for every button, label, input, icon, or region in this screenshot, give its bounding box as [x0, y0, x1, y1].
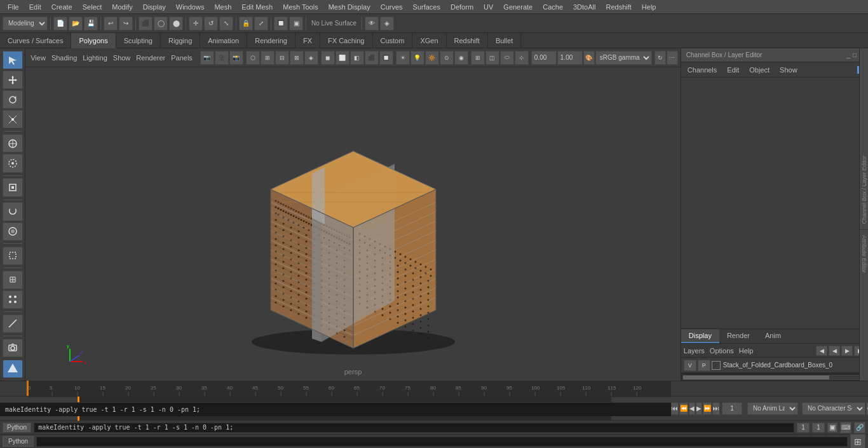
tab-channels[interactable]: Channels [684, 65, 721, 75]
timeline-track[interactable]: 0 5 10 15 20 25 30 35 40 [27, 381, 671, 397]
snap-surface-btn[interactable]: 🔒 [239, 17, 253, 31]
layer-next-btn[interactable]: ▶ [841, 346, 853, 356]
vp-gamma-icon[interactable]: 🎨 [583, 51, 595, 65]
soft-mod-sidebar[interactable] [3, 154, 23, 172]
layer-row[interactable]: V P Stack_of_Folded_Cardboard_Boxes_0 [681, 358, 868, 373]
vp-more-btn[interactable]: ⋯ [667, 51, 678, 65]
rotate-tool-btn[interactable]: ↺ [204, 17, 218, 31]
step-fwd-btn[interactable]: ⏩ [703, 402, 712, 415]
layers-menu-options[interactable]: Options [710, 347, 734, 355]
menu-mesh-tools[interactable]: Mesh Tools [278, 2, 323, 12]
move-tool-sidebar[interactable] [3, 71, 23, 89]
menu-curves[interactable]: Curves [376, 2, 408, 12]
undo-btn[interactable]: ↩ [104, 17, 118, 31]
tab-redshift[interactable]: Redshift [447, 33, 488, 48]
tab-anim[interactable]: Anim [757, 329, 789, 343]
connections-btn[interactable]: 🔗 [854, 422, 865, 433]
vp-menu-panels[interactable]: Panels [168, 53, 195, 63]
python-tab[interactable]: Python [3, 436, 34, 447]
move-tool-btn[interactable]: ✛ [189, 17, 203, 31]
rotate-tool-sidebar[interactable] [3, 90, 23, 109]
menu-deform[interactable]: Deform [445, 2, 478, 12]
show-manip-sidebar[interactable] [3, 178, 23, 196]
status-frame1[interactable] [797, 423, 810, 433]
terminal-btn[interactable]: ⌨ [840, 422, 851, 433]
vp-ao-btn[interactable]: ◉ [454, 51, 468, 65]
snap-grid-sidebar[interactable] [3, 271, 23, 289]
vp-menu-view[interactable]: View [28, 53, 48, 63]
open-scene-btn[interactable]: 📂 [69, 17, 83, 31]
vp-light3-btn[interactable]: 🔆 [425, 51, 439, 65]
menu-create[interactable]: Create [46, 2, 78, 12]
frame-current-field[interactable] [56, 402, 74, 415]
menu-select[interactable]: Select [78, 2, 107, 12]
vp-refresh-btn[interactable]: ↻ [654, 51, 666, 65]
play-back-btn[interactable]: ◀ [689, 402, 695, 415]
current-frame-counter[interactable] [722, 402, 742, 415]
tab-animation[interactable]: Animation [200, 33, 247, 48]
tab-ch-object[interactable]: Object [745, 65, 773, 75]
gamma-dropdown[interactable]: sRGB gamma [595, 51, 652, 65]
menu-3dtoa[interactable]: 3DtoAll [568, 2, 600, 12]
goto-start-btn[interactable]: ⏮ [671, 402, 679, 415]
char-set-dropdown[interactable]: No Character Set [802, 402, 865, 415]
snap-point-sidebar[interactable] [3, 290, 23, 309]
lasso-select-btn[interactable]: ◯ [154, 17, 168, 31]
layer-add-btn[interactable]: ◀ [816, 346, 827, 356]
scale-tool-sidebar[interactable] [3, 110, 23, 128]
layer-playback-btn[interactable]: P [698, 360, 710, 371]
layer-prev-btn[interactable]: ◀ [829, 346, 840, 356]
layer-visibility-btn[interactable]: V [684, 360, 696, 371]
lasso-sidebar[interactable] [3, 202, 23, 221]
save-scene-btn[interactable]: 💾 [84, 17, 98, 31]
menu-help[interactable]: Help [637, 2, 661, 12]
vp-value1-field[interactable] [531, 51, 557, 65]
range-end-field[interactable] [615, 402, 637, 415]
menu-redshift[interactable]: Redshift [600, 2, 636, 12]
script-mode-btn[interactable]: Python [3, 423, 31, 433]
menu-cache[interactable]: Cache [538, 2, 568, 12]
measure-tool-sidebar[interactable] [3, 315, 23, 333]
minimize-btn[interactable]: _ [847, 51, 851, 58]
tab-custom[interactable]: Custom [373, 33, 413, 48]
menu-edit[interactable]: Edit [24, 2, 46, 12]
tab-fx[interactable]: FX [295, 33, 320, 48]
tab-rendering[interactable]: Rendering [247, 33, 295, 48]
vp-shade1-btn[interactable]: ◼ [321, 51, 335, 65]
layers-scrollbar[interactable] [681, 373, 868, 381]
vp-iso2-btn[interactable]: ⬭ [500, 51, 514, 65]
menu-windows[interactable]: Windows [171, 2, 210, 12]
vp-iso3-btn[interactable]: ⊹ [515, 51, 529, 65]
tab-display[interactable]: Display [681, 329, 719, 343]
render2-btn[interactable]: ▣ [289, 17, 303, 31]
tab-ch-show[interactable]: Show [776, 65, 801, 75]
menu-surfaces[interactable]: Surfaces [408, 2, 445, 12]
layers-menu-layers[interactable]: Layers [684, 347, 705, 355]
python-input-area[interactable] [36, 437, 848, 447]
tab-bullet[interactable]: Bullet [488, 33, 522, 48]
tab-xgen[interactable]: XGen [412, 33, 446, 48]
layers-menu-help[interactable]: Help [739, 347, 754, 355]
vp-sel3-btn[interactable]: ⊟ [275, 51, 289, 65]
goto-end-btn[interactable]: ⏭ [712, 402, 720, 415]
menu-edit-mesh[interactable]: Edit Mesh [236, 2, 278, 12]
menu-file[interactable]: File [3, 2, 24, 12]
vp-menu-renderer[interactable]: Renderer [133, 53, 168, 63]
menu-display[interactable]: Display [138, 2, 171, 12]
paint-select-btn[interactable]: ⬤ [169, 17, 183, 31]
snap-magnet-btn[interactable]: ⤢ [254, 17, 268, 31]
vp-sel2-btn[interactable]: ⊞ [261, 51, 275, 65]
vp-menu-shading[interactable]: Shading [49, 53, 79, 63]
maya-logo-btn[interactable] [3, 360, 23, 378]
attribute-editor-vertical-label[interactable]: Attribute Editor [860, 233, 869, 276]
menu-mesh-display[interactable]: Mesh Display [323, 2, 376, 12]
vp-menu-show[interactable]: Show [111, 53, 133, 63]
tab-render[interactable]: Render [719, 329, 757, 343]
channel-box-vertical-label[interactable]: Channel Box / Layer Editor [860, 153, 869, 227]
tab-curves-surfaces[interactable]: Curves / Surfaces [0, 33, 71, 48]
layers-scroll-track[interactable] [682, 375, 867, 380]
vp-shadow-btn[interactable]: ⊙ [440, 51, 454, 65]
vp-light2-btn[interactable]: 💡 [410, 51, 424, 65]
tab-polygons[interactable]: Polygons [71, 33, 116, 48]
menu-generate[interactable]: Generate [498, 2, 538, 12]
